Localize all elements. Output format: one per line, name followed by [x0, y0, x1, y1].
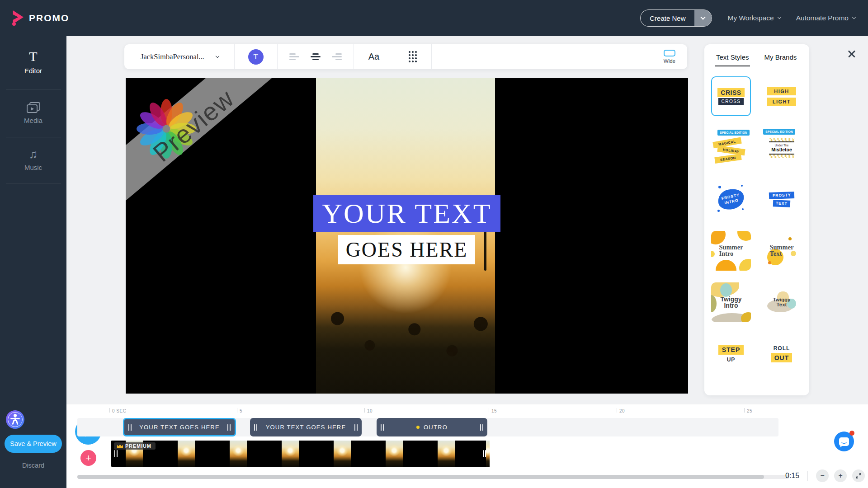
- style-card-roll-out[interactable]: ROLL OUT: [762, 334, 802, 374]
- align-right-button[interactable]: [331, 53, 342, 60]
- wide-format-toggle[interactable]: Wide: [652, 50, 687, 64]
- font-size-button[interactable]: Aa: [354, 52, 394, 62]
- text-line2: GOES HERE: [346, 238, 468, 262]
- font-family-dropdown[interactable]: JackSimbaPersonal...: [124, 52, 234, 61]
- timeline: 0 SEC 5 10 15 20 25 + YOUR TEXT GOES HER…: [66, 404, 868, 488]
- divider: [6, 183, 61, 183]
- style-card-frosty-text[interactable]: FROSTY TEXT: [762, 179, 802, 219]
- divider: [769, 141, 794, 142]
- create-new-dropdown[interactable]: [694, 10, 712, 26]
- more-options-grid-icon[interactable]: [409, 51, 417, 62]
- trim-handle-right[interactable]: [480, 424, 483, 431]
- ruler-label: 20: [619, 408, 625, 413]
- style-card-high-light[interactable]: HIGH LIGHT: [762, 76, 802, 116]
- clip-label: YOUR TEXT GOES HERE: [139, 424, 220, 431]
- style-word: HOLIDAY: [717, 145, 745, 155]
- alignment-controls: [278, 53, 354, 60]
- sidebar-item-music[interactable]: ♫ Music: [0, 148, 66, 171]
- paint-splash: FROSTY INTRO: [716, 187, 746, 211]
- create-new-button[interactable]: Create New: [640, 9, 712, 27]
- trim-handle-right[interactable]: [483, 450, 486, 457]
- style-title: Summer Intro: [719, 244, 743, 257]
- sidebar-item-editor[interactable]: T Editor: [0, 50, 66, 75]
- tab-my-brands[interactable]: My Brands: [764, 53, 797, 66]
- trim-handle-left[interactable]: [128, 424, 132, 431]
- zoom-out-button[interactable]: −: [816, 469, 829, 482]
- crown-icon: [117, 444, 123, 448]
- align-left-button[interactable]: [289, 53, 300, 60]
- music-note-icon: ♫: [29, 148, 38, 160]
- style-word: Text: [769, 251, 793, 257]
- style-card-frosty-intro[interactable]: FROSTY INTRO: [711, 179, 751, 219]
- style-card-twiggy-intro[interactable]: Twiggy Intro: [711, 282, 751, 322]
- video-preview-canvas[interactable]: Preview YOUR TEXT GOES HERE: [126, 78, 688, 394]
- notification-dot: [849, 431, 854, 436]
- ruler-tick: [617, 408, 617, 413]
- text-layer-line2[interactable]: GOES HERE: [338, 235, 475, 264]
- style-word: SEASON: [714, 154, 741, 164]
- trim-handle-left[interactable]: [381, 424, 384, 431]
- add-clip-button[interactable]: +: [80, 450, 96, 466]
- chevron-down-icon: [215, 54, 219, 57]
- chevron-down-icon: [852, 15, 856, 19]
- style-card-twiggy-text[interactable]: Twiggy Text: [762, 282, 802, 322]
- style-card-criss-cross[interactable]: CRISS CROSS: [711, 76, 751, 116]
- sidebar-item-media[interactable]: Media: [0, 102, 66, 124]
- trim-handle-left[interactable]: [114, 450, 118, 457]
- style-card-summer-intro[interactable]: Summer Intro: [711, 231, 751, 271]
- chat-bubble-icon: [839, 437, 849, 446]
- timeline-footer: 0:15 − +: [785, 469, 865, 482]
- style-word: Intro: [719, 251, 743, 257]
- trim-handle-left[interactable]: [254, 424, 257, 431]
- divider: [394, 44, 394, 69]
- style-word: CROSS: [718, 98, 743, 105]
- sunflower-field: [316, 286, 495, 394]
- style-card-summer-text[interactable]: Summer Text: [762, 231, 802, 271]
- divider: [6, 89, 61, 89]
- style-word: OUT: [771, 353, 793, 362]
- ruler-tick: [744, 408, 745, 413]
- text-layer-line1[interactable]: YOUR TEXT: [313, 195, 500, 232]
- automate-promo-label: Automate Promo: [796, 14, 849, 22]
- style-title: Summer Text: [769, 244, 793, 257]
- fringe-decoration: [769, 155, 794, 158]
- my-workspace-menu[interactable]: My Workspace: [727, 14, 780, 22]
- save-and-preview-button[interactable]: Save & Preview: [5, 435, 62, 453]
- accessibility-widget-button[interactable]: [6, 410, 24, 429]
- style-card-step-up[interactable]: STEP UP: [711, 334, 751, 374]
- my-workspace-label: My Workspace: [727, 14, 774, 22]
- fit-timeline-button[interactable]: [852, 469, 865, 482]
- sidebar-item-label: Editor: [24, 67, 42, 75]
- timeline-scrollbar-thumb[interactable]: [77, 475, 764, 479]
- style-grid: CRISS CROSS HIGH LIGHT SPECIAL EDITION M…: [704, 66, 809, 374]
- timeline-clip-text-2[interactable]: YOUR TEXT GOES HERE: [250, 418, 362, 436]
- divider: [6, 137, 61, 137]
- style-word: Intro: [720, 302, 741, 309]
- tab-text-styles[interactable]: Text Styles: [716, 53, 749, 66]
- divider: [234, 44, 235, 69]
- timeline-scrollbar-track[interactable]: [77, 475, 789, 479]
- promo-play-icon: [11, 10, 24, 26]
- automate-promo-menu[interactable]: Automate Promo: [796, 14, 855, 22]
- sidebar-item-label: Media: [24, 117, 42, 124]
- text-editor-icon: T: [29, 50, 37, 63]
- align-center-button[interactable]: [310, 53, 321, 60]
- discard-button[interactable]: Discard: [0, 462, 66, 469]
- video-clip-strip[interactable]: PREMIUM: [111, 441, 490, 467]
- style-card-magical-holiday-season[interactable]: SPECIAL EDITION MAGICAL HOLIDAY SEASON: [711, 128, 751, 168]
- text-color-button[interactable]: T: [248, 49, 264, 65]
- media-icon: [27, 102, 40, 113]
- outro-color-dot: [416, 426, 420, 429]
- font-name-label: JackSimbaPersonal...: [141, 52, 204, 61]
- style-word: HIGH: [767, 87, 796, 95]
- chat-support-button[interactable]: [834, 432, 854, 451]
- timeline-clip-outro[interactable]: OUTRO: [377, 418, 487, 436]
- trim-handle-right[interactable]: [227, 424, 231, 431]
- ruler-tick: [364, 408, 365, 413]
- trim-handle-right[interactable]: [354, 424, 358, 431]
- create-new-label[interactable]: Create New: [641, 10, 694, 26]
- style-card-under-the-mistletoe[interactable]: SPECIAL EDITION Under The Mistletoe: [762, 128, 802, 168]
- timeline-clip-text-1[interactable]: YOUR TEXT GOES HERE: [123, 418, 236, 436]
- close-icon[interactable]: [846, 49, 857, 60]
- zoom-in-button[interactable]: +: [834, 469, 847, 482]
